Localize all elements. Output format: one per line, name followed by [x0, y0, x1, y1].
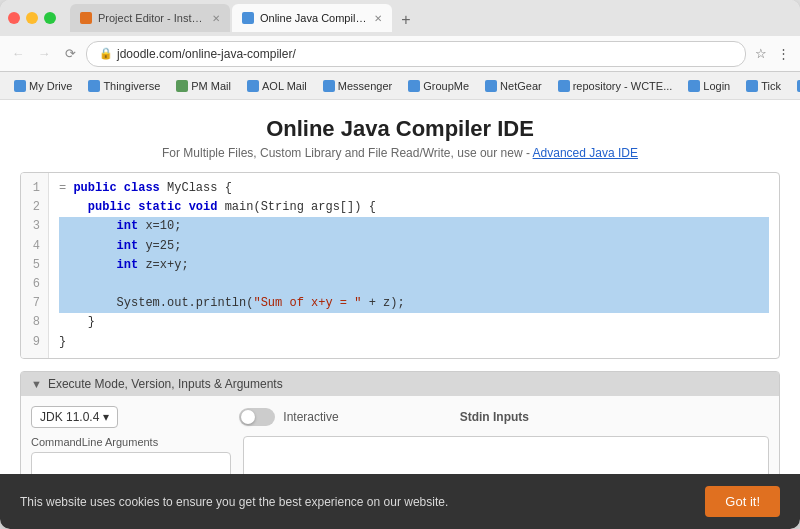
forward-button[interactable]: →	[34, 44, 54, 64]
bookmark-star-icon[interactable]: ☆	[752, 45, 770, 63]
bookmark-icon-messenger	[323, 80, 335, 92]
bookmark-aolmail[interactable]: AOL Mail	[241, 78, 313, 94]
tab-label-java: Online Java Compiler - Onlin...	[260, 12, 368, 24]
bookmark-label-pmmail: PM Mail	[191, 80, 231, 92]
line-num-6: 6	[29, 275, 40, 294]
new-tab-button[interactable]: +	[394, 8, 418, 32]
lock-icon: 🔒	[99, 47, 113, 60]
bookmark-icon-thingiverse	[88, 80, 100, 92]
bookmark-label-login: Login	[703, 80, 730, 92]
code-content[interactable]: = public class MyClass { public static v…	[49, 173, 779, 358]
back-button[interactable]: ←	[8, 44, 28, 64]
bookmark-icon-aolmail	[247, 80, 259, 92]
line-num-4: 4	[29, 237, 40, 256]
bookmark-label-mydrive: My Drive	[29, 80, 72, 92]
page-title: Online Java Compiler IDE	[20, 116, 780, 142]
toggle-thumb	[241, 410, 255, 424]
jdk-dropdown-icon: ▾	[103, 410, 109, 424]
line-num-9: 9	[29, 333, 40, 352]
maximize-button[interactable]	[44, 12, 56, 24]
cookie-accept-button[interactable]: Got it!	[705, 486, 780, 517]
execute-collapse-icon: ▼	[31, 378, 42, 390]
bookmark-icon-tick	[746, 80, 758, 92]
page-subtitle: For Multiple Files, Custom Library and F…	[20, 146, 780, 160]
cookie-message: This website uses cookies to ensure you …	[20, 495, 448, 509]
bookmark-label-netgear: NetGear	[500, 80, 542, 92]
page-header: Online Java Compiler IDE For Multiple Fi…	[20, 116, 780, 160]
code-line-8: }	[59, 313, 769, 332]
execute-header[interactable]: ▼ Execute Mode, Version, Inputs & Argume…	[21, 372, 779, 396]
bookmark-label-groupme: GroupMe	[423, 80, 469, 92]
bookmark-thingiverse[interactable]: Thingiverse	[82, 78, 166, 94]
execute-row1: JDK 11.0.4 ▾ Interactive Stdin Inputs	[31, 406, 769, 428]
reload-button[interactable]: ⟳	[60, 44, 80, 64]
line-num-5: 5	[29, 256, 40, 275]
address-bar: ← → ⟳ 🔒 jdoodle.com/online-java-compiler…	[0, 36, 800, 72]
tab-instructables[interactable]: Project Editor - Instructables ✕	[70, 4, 230, 32]
code-line-7: System.out.println("Sum of x+y = " + z);	[59, 294, 769, 313]
line-num-3: 3	[29, 217, 40, 236]
minimize-button[interactable]	[26, 12, 38, 24]
page-subtitle-text: For Multiple Files, Custom Library and F…	[162, 146, 530, 160]
code-line-9: }	[59, 333, 769, 352]
bookmark-tick[interactable]: Tick	[740, 78, 787, 94]
tabs-bar: Project Editor - Instructables ✕ Online …	[70, 4, 792, 32]
jdk-version-select[interactable]: JDK 11.0.4 ▾	[31, 406, 118, 428]
interactive-toggle-area: Interactive	[134, 408, 443, 426]
code-line-5: int z=x+y;	[59, 256, 769, 275]
tab-favicon-java	[242, 12, 254, 24]
code-line-2: public static void main(String args[]) {	[59, 198, 769, 217]
bookmark-icon-login	[688, 80, 700, 92]
code-line-4: int y=25;	[59, 237, 769, 256]
bookmark-pmmail[interactable]: PM Mail	[170, 78, 237, 94]
jdk-version-label: JDK 11.0.4	[40, 410, 99, 424]
code-line-1: = public class MyClass {	[59, 179, 769, 198]
bookmark-messenger[interactable]: Messenger	[317, 78, 398, 94]
content-area: Online Java Compiler IDE For Multiple Fi…	[0, 100, 800, 529]
bookmark-mydrive[interactable]: My Drive	[8, 78, 78, 94]
browser-frame: Project Editor - Instructables ✕ Online …	[0, 0, 800, 529]
url-bar[interactable]: 🔒 jdoodle.com/online-java-compiler/	[86, 41, 746, 67]
tab-label-instructables: Project Editor - Instructables	[98, 12, 206, 24]
bookmark-label-aolmail: AOL Mail	[262, 80, 307, 92]
tab-java-compiler[interactable]: Online Java Compiler - Onlin... ✕	[232, 4, 392, 32]
bookmarks-bar: My Drive Thingiverse PM Mail AOL Mail Me…	[0, 72, 800, 100]
interactive-label: Interactive	[283, 410, 338, 424]
tab-close-instructables[interactable]: ✕	[212, 13, 220, 24]
bookmark-netgear[interactable]: NetGear	[479, 78, 548, 94]
bookmark-icon-groupme	[408, 80, 420, 92]
traffic-lights	[8, 12, 56, 24]
title-bar: Project Editor - Instructables ✕ Online …	[0, 0, 800, 36]
close-button[interactable]	[8, 12, 20, 24]
bookmark-tack[interactable]: tack	[791, 78, 800, 94]
stdin-label: Stdin Inputs	[460, 410, 769, 424]
bookmark-label-thingiverse: Thingiverse	[103, 80, 160, 92]
code-line-3: int x=10;	[59, 217, 769, 236]
bookmark-label-tick: Tick	[761, 80, 781, 92]
bookmark-repository[interactable]: repository - WCTE...	[552, 78, 679, 94]
code-area[interactable]: 1 2 3 4 5 6 7 8 9 = public class MyClass…	[21, 173, 779, 358]
line-numbers: 1 2 3 4 5 6 7 8 9	[21, 173, 49, 358]
bookmark-groupme[interactable]: GroupMe	[402, 78, 475, 94]
url-text: jdoodle.com/online-java-compiler/	[117, 47, 296, 61]
code-line-6	[59, 275, 769, 294]
cmd-args-label: CommandLine Arguments	[31, 436, 231, 448]
tab-favicon-instructables	[80, 12, 92, 24]
advanced-ide-link[interactable]: Advanced Java IDE	[533, 146, 638, 160]
bookmark-icon-repository	[558, 80, 570, 92]
bookmark-login[interactable]: Login	[682, 78, 736, 94]
interactive-toggle[interactable]	[239, 408, 275, 426]
line-num-2: 2	[29, 198, 40, 217]
bookmark-label-repository: repository - WCTE...	[573, 80, 673, 92]
bookmark-label-messenger: Messenger	[338, 80, 392, 92]
page-content: Online Java Compiler IDE For Multiple Fi…	[0, 100, 800, 529]
bookmark-icon-netgear	[485, 80, 497, 92]
line-num-8: 8	[29, 313, 40, 332]
tab-close-java[interactable]: ✕	[374, 13, 382, 24]
settings-icon[interactable]: ⋮	[774, 45, 792, 63]
cookie-bar: This website uses cookies to ensure you …	[0, 474, 800, 529]
line-num-1: 1	[29, 179, 40, 198]
bookmark-icon-pmmail	[176, 80, 188, 92]
line-num-7: 7	[29, 294, 40, 313]
address-actions: ☆ ⋮	[752, 45, 792, 63]
